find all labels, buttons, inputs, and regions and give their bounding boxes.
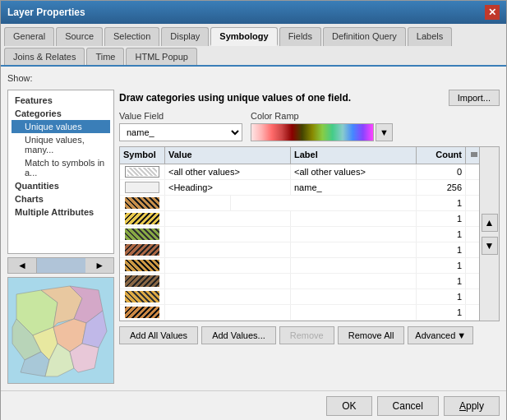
symbol-table: Symbol Value Label Count: [119, 146, 480, 321]
add-values-button[interactable]: Add Values...: [201, 326, 276, 344]
table-row[interactable]: 1: [120, 196, 479, 211]
value-field-group: Value Field name_: [119, 111, 242, 141]
label-cell: <all other values>: [291, 164, 417, 179]
tree-item-categories[interactable]: Categories: [12, 107, 110, 120]
layer-properties-window: Layer Properties ✕ General Source Select…: [0, 0, 507, 420]
tree-scroll[interactable]: [37, 258, 86, 273]
tab-symbology[interactable]: Symbology: [210, 27, 277, 46]
ok-button[interactable]: OK: [326, 396, 371, 416]
table-row[interactable]: 1: [120, 242, 479, 258]
show-label: Show:: [7, 73, 500, 83]
table-row[interactable]: 1: [120, 227, 479, 242]
content-area: Show: Features Categories Unique values …: [1, 67, 506, 390]
advanced-label: Advanced: [415, 330, 455, 340]
tabs-bar: General Source Selection Display Symbolo…: [1, 24, 506, 67]
apply-button[interactable]: Apply: [444, 396, 500, 416]
col-header-symbol: Symbol: [120, 147, 165, 164]
table-arrows: ▲ ▼: [480, 146, 500, 321]
value-cell: <Heading>: [165, 180, 291, 195]
tab-joins-relates[interactable]: Joins & Relates: [4, 48, 85, 65]
tab-display[interactable]: Display: [161, 27, 209, 46]
field-row: Value Field name_ Color Ramp ▼: [119, 111, 500, 141]
color-ramp-group: Color Ramp ▼: [251, 111, 393, 141]
tab-labels[interactable]: Labels: [408, 27, 452, 46]
instruction-row: Draw categories using unique values of o…: [119, 90, 500, 106]
tab-fields[interactable]: Fields: [279, 27, 321, 46]
tree-item-quantities[interactable]: Quantities: [12, 179, 110, 192]
footer-buttons: OK Cancel Apply: [1, 390, 506, 420]
tree-item-unique-values[interactable]: Unique values: [12, 120, 110, 133]
advanced-dropdown-icon: ▼: [457, 330, 466, 340]
tab-html-popup[interactable]: HTML Popup: [126, 48, 196, 65]
table-row[interactable]: 1: [120, 289, 479, 305]
tab-time[interactable]: Time: [86, 48, 124, 65]
value-cell: <all other values>: [165, 164, 291, 179]
instruction-text: Draw categories using unique values of o…: [119, 92, 351, 104]
table-row[interactable]: 1: [120, 211, 479, 227]
count-cell: 1: [417, 258, 466, 273]
color-ramp-container: ▼: [251, 123, 393, 141]
table-row[interactable]: 1: [120, 305, 479, 321]
color-ramp-label: Color Ramp: [251, 111, 393, 121]
remove-all-button[interactable]: Remove All: [338, 326, 405, 344]
table-row[interactable]: 1: [120, 274, 479, 289]
tab-source[interactable]: Source: [56, 27, 103, 46]
col-header-scroll: [466, 147, 479, 164]
count-cell: 1: [417, 227, 466, 242]
table-body: <all other values> <all other values> 0: [120, 164, 479, 321]
remove-button[interactable]: Remove: [279, 326, 334, 344]
right-panel: Draw categories using unique values of o…: [119, 90, 500, 384]
symbol-cell: [120, 180, 165, 195]
cancel-button[interactable]: Cancel: [377, 396, 439, 416]
tree-item-features[interactable]: Features: [12, 94, 110, 107]
tab-selection[interactable]: Selection: [104, 27, 159, 46]
count-cell: 1: [417, 211, 466, 226]
tab-definition-query[interactable]: Definition Query: [323, 27, 406, 46]
table-row[interactable]: 1: [120, 258, 479, 274]
tree-item-multiple-attributes[interactable]: Multiple Attributes: [12, 205, 110, 219]
advanced-button[interactable]: Advanced ▼: [408, 326, 473, 344]
label-cell: name_: [291, 180, 417, 195]
import-button[interactable]: Import...: [449, 90, 500, 106]
main-panel: Features Categories Unique values Unique…: [7, 90, 500, 384]
action-buttons: Add All Values Add Values... Remove Remo…: [119, 326, 500, 344]
tree-item-charts[interactable]: Charts: [12, 192, 110, 205]
tree-item-unique-values-many[interactable]: Unique values, many...: [12, 133, 110, 156]
apply-underline: A: [459, 400, 466, 412]
table-header: Symbol Value Label Count: [120, 147, 479, 164]
value-field-label: Value Field: [119, 111, 242, 121]
count-cell: 1: [417, 274, 466, 288]
value-field-select[interactable]: name_: [119, 123, 242, 141]
col-header-count: Count: [417, 147, 466, 164]
col-header-value: Value: [165, 147, 291, 164]
count-cell: 1: [417, 242, 466, 257]
tree-nav-left[interactable]: ◄: [8, 258, 37, 273]
title-bar: Layer Properties ✕: [1, 1, 506, 24]
scroll-down-button[interactable]: ▼: [482, 237, 498, 255]
tree-item-match-symbols[interactable]: Match to symbols in a...: [12, 156, 110, 179]
col-header-label: Label: [291, 147, 417, 164]
table-row[interactable]: <all other values> <all other values> 0: [120, 164, 479, 180]
color-ramp-swatch[interactable]: [251, 123, 374, 141]
tab-general[interactable]: General: [4, 27, 54, 46]
tree-nav-right[interactable]: ►: [85, 258, 113, 273]
count-cell: 256: [417, 180, 466, 195]
color-ramp-dropdown[interactable]: ▼: [376, 123, 393, 141]
symbol-cell: [120, 164, 165, 179]
left-panel: Features Categories Unique values Unique…: [7, 90, 114, 384]
tree-area: Features Categories Unique values Unique…: [7, 90, 114, 254]
table-with-arrows: Symbol Value Label Count: [119, 146, 500, 321]
count-cell: 1: [417, 305, 466, 320]
close-button[interactable]: ✕: [485, 5, 500, 20]
count-cell: 1: [417, 196, 466, 210]
add-all-values-button[interactable]: Add All Values: [119, 326, 198, 344]
tree-nav: ◄ ►: [7, 257, 114, 274]
scroll-up-button[interactable]: ▲: [482, 214, 498, 232]
map-preview: [7, 277, 114, 384]
window-title: Layer Properties: [7, 7, 85, 18]
count-cell: 0: [417, 164, 466, 179]
count-cell: 1: [417, 289, 466, 304]
table-row[interactable]: <Heading> name_ 256: [120, 180, 479, 196]
